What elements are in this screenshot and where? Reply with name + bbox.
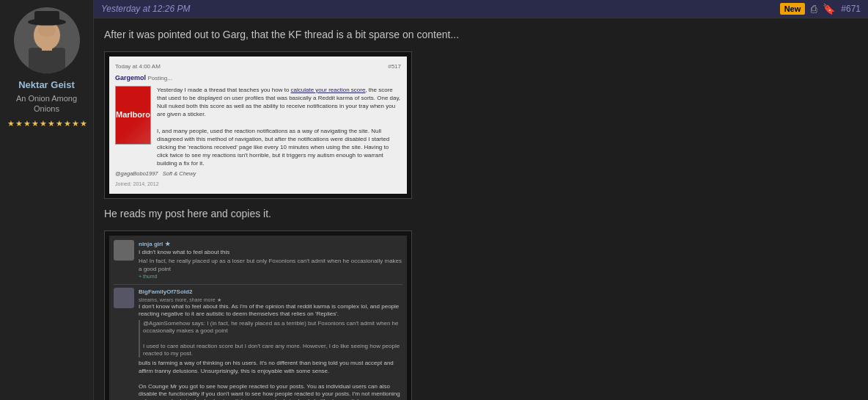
embed-block-2: ninja girl ★ I didn't know what to feel … — [104, 230, 412, 400]
embed-username-row: Gargemol Posting... — [115, 73, 401, 83]
bookmark-icon[interactable]: 🔖 — [823, 3, 835, 15]
embed-post-id: #517 — [388, 62, 401, 70]
embed2-text-1b: Ha! In fact, he really placed up as a lo… — [139, 258, 402, 273]
user-title: An Onion Among Onions — [7, 93, 86, 114]
avatar-svg — [14, 7, 80, 73]
post-text-2: He reads my post here and copies it. — [104, 206, 858, 222]
user-sidebar: Nektar Geist An Onion Among Onions ★★★★★… — [0, 0, 94, 400]
post-timestamp: Yesterday at 12:26 PM — [101, 4, 190, 14]
svg-point-5 — [38, 25, 56, 37]
post-content-area: Yesterday at 12:26 PM New ⎙ 🔖 #671 After… — [94, 0, 868, 400]
post-text-1: After it was pointed out to Garg, that t… — [104, 27, 858, 43]
embed2-username-1: ninja girl ★ — [139, 240, 402, 249]
embed2-content-2: BigFamilyOf7Sold2 streams, wears more, s… — [139, 288, 402, 400]
embed-text-content: Yesterday I made a thread that teaches y… — [157, 86, 401, 168]
embed2-text-2a: I don't know what to feel about this. As… — [139, 303, 402, 319]
embed2-avatar-1 — [114, 240, 134, 261]
post-body: After it was pointed out to Garg, that t… — [94, 18, 868, 400]
post-header-actions: New ⎙ 🔖 #671 — [780, 3, 861, 15]
embed2-row-1: ninja girl ★ I didn't know what to feel … — [114, 240, 402, 285]
embed-cig-image: Marlboro — [115, 86, 151, 145]
embed-inner-1: Today at 4:00 AM #517 Gargemol Posting..… — [109, 57, 407, 194]
embed2-avatar-2 — [114, 288, 134, 308]
post-number: #671 — [841, 4, 861, 14]
embed2-content-1: ninja girl ★ I didn't know what to feel … — [139, 240, 402, 281]
post-header: Yesterday at 12:26 PM New ⎙ 🔖 #671 — [94, 0, 868, 18]
embed2-row-2: BigFamilyOf7Sold2 streams, wears more, s… — [114, 288, 402, 400]
username: Nektar Geist — [7, 79, 86, 90]
avatar-image — [14, 7, 80, 73]
embed-inner-2: ninja girl ★ I didn't know what to feel … — [109, 236, 407, 400]
embed-header-row: Today at 4:00 AM #517 — [115, 62, 401, 70]
embed-footer: Joined: 2014, 2012 — [115, 181, 401, 188]
avatar — [14, 7, 80, 73]
embed-joined: Joined: 2014, 2012 — [115, 181, 159, 188]
svg-rect-0 — [29, 48, 65, 73]
embed-block-1: Today at 4:00 AM #517 Gargemol Posting..… — [104, 51, 412, 199]
embed2-subtitle-2: streams, wears more, share more ★ — [139, 297, 402, 303]
embed2-text-2b: @AgainSomehow says: I (in fact, he reall… — [139, 320, 402, 358]
embed2-text-1a: I didn't know what to feel about this — [139, 249, 402, 256]
embed-timestamp: Today at 4:00 AM — [115, 62, 161, 70]
embed2-reaction-1: + thumd — [139, 273, 402, 281]
star-rating: ★★★★★★★★★★ — [7, 119, 86, 128]
post-container: Nektar Geist An Onion Among Onions ★★★★★… — [0, 0, 868, 400]
embed2-text-2c: bulls is farming a way of thinking on hi… — [139, 360, 402, 400]
embed2-username-2: BigFamilyOf7Sold2 — [139, 288, 402, 297]
new-badge: New — [780, 3, 806, 15]
svg-rect-4 — [34, 11, 59, 23]
share-icon[interactable]: ⎙ — [811, 3, 817, 15]
embed-handle: @gagaBobo1997 Soft & Chewy — [115, 170, 401, 178]
